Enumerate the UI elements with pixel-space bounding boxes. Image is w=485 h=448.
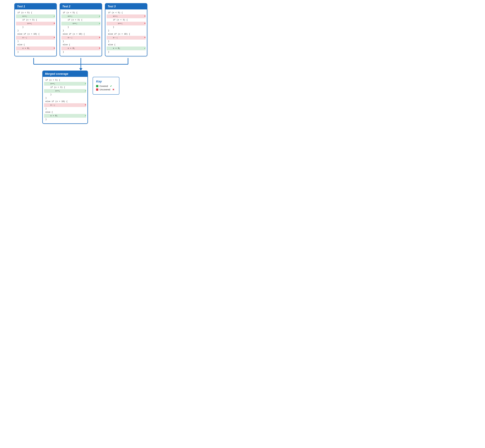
arrow-area <box>3 58 158 71</box>
line-text: } <box>45 96 86 100</box>
line-text: x--; <box>63 36 98 40</box>
key-covered-row: Covered ✔ <box>96 85 116 87</box>
connector-arrows <box>10 58 152 71</box>
line-text: else if (x > 10) { <box>108 32 146 36</box>
line-text: x++; <box>17 22 53 25</box>
code-line: } <box>44 96 86 100</box>
line-text: } <box>17 25 55 29</box>
line-text: x--; <box>45 104 84 107</box>
line-text: x++; <box>63 22 98 25</box>
code-line: x = 0;✔ <box>107 47 146 50</box>
code-line: else if (x > 10) { <box>107 32 146 36</box>
code-line: x++;✖ <box>107 15 146 18</box>
line-text: } <box>63 25 100 29</box>
line-text: } <box>63 50 100 54</box>
code-line: } <box>107 50 146 54</box>
code-line: if (x < 3) { <box>107 18 146 22</box>
code-line: x = 0;✔ <box>44 114 86 118</box>
covered-label: Covered <box>99 85 108 87</box>
line-text: x++; <box>63 15 98 18</box>
code-line: x--;✖ <box>107 36 146 40</box>
check-icon: ✔ <box>144 47 146 50</box>
check-icon: ✔ <box>54 15 55 18</box>
line-text: if (x < 3) { <box>17 18 55 22</box>
line-text: } <box>63 40 100 43</box>
line-text: x = 0; <box>108 47 143 50</box>
test1-panel: Test 1 if (x < 5) { x++;✔ if (x < 3) { x… <box>14 3 57 56</box>
test1-code-body: if (x < 5) { x++;✔ if (x < 3) { x++;✖ }}… <box>15 10 56 54</box>
code-line: else if (x > 10) { <box>61 32 100 36</box>
code-line: } <box>44 93 86 96</box>
x-icon: ✖ <box>54 47 55 50</box>
line-text: } <box>108 50 146 54</box>
check-icon: ✔ <box>99 15 100 18</box>
key-uncovered-row: Uncovered ✖ <box>96 88 116 91</box>
code-line: x--;✖ <box>16 36 55 40</box>
test2-panel: Test 2 if (x < 5) { x++;✔ if (x < 3) { x… <box>60 3 102 56</box>
line-text: if (x < 5) { <box>45 78 86 82</box>
x-icon: ✖ <box>54 22 55 25</box>
x-icon: ✖ <box>144 22 146 25</box>
code-line: else { <box>44 111 86 114</box>
line-text: } <box>108 29 146 32</box>
code-line: } <box>61 40 100 43</box>
bottom-row: Merged coverage if (x < 5) { x++;✔ if (x… <box>42 71 119 124</box>
code-line: } <box>61 29 100 32</box>
line-text: x = 0; <box>17 47 53 50</box>
line-text: x++; <box>45 82 84 86</box>
code-line: x++;✖ <box>107 22 146 25</box>
check-icon: ✔ <box>85 82 86 86</box>
code-line: if (x < 5) { <box>61 11 100 15</box>
line-text: x++; <box>45 89 84 93</box>
uncovered-x-icon: ✖ <box>112 88 114 91</box>
line-text: } <box>17 29 55 32</box>
line-text: x--; <box>108 36 143 40</box>
code-line: else { <box>16 43 55 47</box>
check-icon: ✔ <box>99 22 100 25</box>
test1-title: Test 1 <box>15 4 56 9</box>
x-icon: ✖ <box>99 36 100 40</box>
code-line: x = 0;✖ <box>16 47 55 50</box>
check-icon: ✔ <box>85 114 86 118</box>
line-text: x = 0; <box>45 114 84 118</box>
line-text: x--; <box>17 36 53 40</box>
code-line: } <box>107 29 146 32</box>
covered-check-icon: ✔ <box>110 85 112 87</box>
code-line: x++;✖ <box>16 22 55 25</box>
test3-code-body: if (x < 5) { x++;✖ if (x < 3) { x++;✖ }}… <box>105 10 147 54</box>
key-title: Key <box>96 80 116 83</box>
uncovered-swatch <box>96 88 98 91</box>
merged-title: Merged coverage <box>43 71 87 77</box>
code-line: if (x < 3) { <box>44 86 86 89</box>
line-text: } <box>63 29 100 32</box>
x-icon: ✖ <box>144 15 146 18</box>
code-line: } <box>44 107 86 111</box>
covered-swatch <box>96 85 98 87</box>
x-icon: ✖ <box>144 36 146 40</box>
code-line: x++;✔ <box>16 15 55 18</box>
code-line: } <box>44 118 86 121</box>
code-line: else { <box>107 43 146 47</box>
line-text: if (x < 5) { <box>63 11 100 15</box>
uncovered-label: Uncovered <box>99 88 110 91</box>
line-text: if (x < 5) { <box>17 11 55 15</box>
code-line: else { <box>61 43 100 47</box>
key-box: Key Covered ✔ Uncovered ✖ <box>93 77 119 95</box>
line-text: } <box>17 50 55 54</box>
code-line: if (x < 5) { <box>107 11 146 15</box>
code-line: } <box>16 50 55 54</box>
svg-marker-5 <box>79 68 82 71</box>
line-text: } <box>17 40 55 43</box>
line-text: else { <box>63 43 100 47</box>
line-text: else { <box>45 111 86 114</box>
line-text: else if (x > 10) { <box>63 32 100 36</box>
code-line: x++;✔ <box>61 15 100 18</box>
code-line: } <box>107 40 146 43</box>
code-line: } <box>61 25 100 29</box>
code-line: if (x < 3) { <box>16 18 55 22</box>
code-line: } <box>61 50 100 54</box>
code-line: if (x < 5) { <box>44 78 86 82</box>
main-container: Test 1 if (x < 5) { x++;✔ if (x < 3) { x… <box>3 3 158 124</box>
test3-title: Test 3 <box>105 4 147 9</box>
line-text: else if (x > 10) { <box>17 32 55 36</box>
